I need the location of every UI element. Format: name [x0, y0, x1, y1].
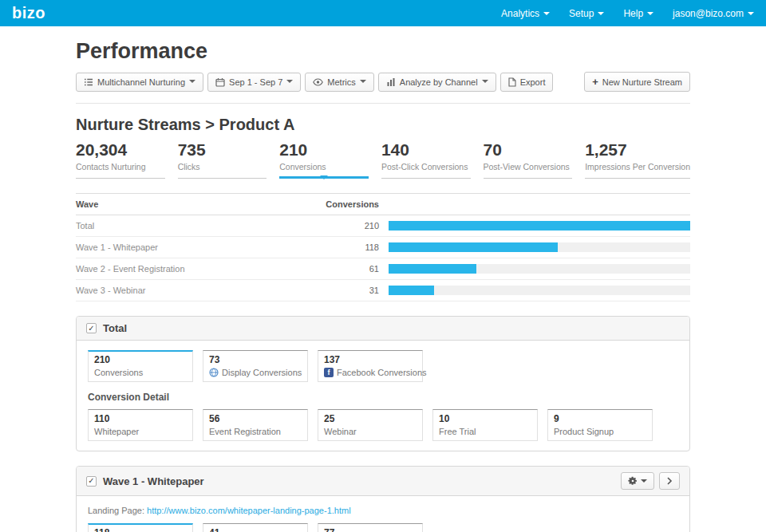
metric-box-product-signup[interactable]: 9 Product Signup [547, 409, 653, 441]
metric-value: 137 [324, 354, 417, 365]
nav-setup-label: Setup [569, 8, 594, 19]
stat-value: 1,257 [585, 140, 690, 160]
stat-value: 70 [484, 140, 573, 160]
table-row: Wave 3 - Webinar 31 [76, 280, 690, 301]
stats-row: 20,304 Contacts Nurturing 735 Clicks 210… [76, 140, 690, 179]
chevron-down-icon [641, 479, 647, 486]
total-panel-header: Total [77, 317, 689, 341]
table-row: Wave 2 - Event Registration 61 [76, 258, 690, 280]
export-button[interactable]: Export [500, 73, 554, 92]
stat-label: Contacts Nurturing [76, 162, 165, 171]
metric-box-wave1-display[interactable]: 41 [203, 523, 308, 532]
wave1-metrics-row: 118 41 77 [88, 523, 678, 532]
bar-chart-icon [386, 77, 396, 87]
chevron-down-icon [598, 12, 604, 18]
stat-label: Post-Click Conversions [381, 162, 471, 171]
facebook-icon: f [324, 368, 334, 377]
metric-label: Conversions [94, 368, 187, 377]
bar-fill [389, 286, 434, 295]
metric-box-conversions[interactable]: 210 Conversions [88, 350, 193, 382]
chevron-down-icon [647, 12, 653, 18]
column-header-bar-spacer [389, 199, 690, 209]
stat-contacts-nurturing[interactable]: 20,304 Contacts Nurturing [76, 140, 165, 179]
date-range-button[interactable]: Sep 1 - Sep 7 [207, 73, 301, 92]
metric-value: 210 [94, 354, 187, 365]
wave-row-label: Wave 2 - Event Registration [76, 264, 315, 274]
analyze-by-channel-button[interactable]: Analyze by Channel [378, 73, 496, 92]
nav-help-label: Help [623, 8, 643, 19]
metrics-label: Metrics [327, 77, 355, 87]
chevron-down-icon [543, 12, 550, 18]
wave-table-header: Wave Conversions [76, 193, 690, 215]
metric-label: Whitepaper [94, 427, 187, 436]
stat-clicks[interactable]: 735 Clicks [178, 140, 267, 179]
metric-label-text: Webinar [324, 427, 357, 436]
total-checkbox[interactable] [86, 323, 97, 333]
stat-post-click-conversions[interactable]: 140 Post-Click Conversions [381, 140, 471, 179]
wave1-settings-button[interactable] [621, 472, 654, 490]
stat-label: Impressions Per Conversion [585, 162, 690, 171]
toolbar: Multichannel Nurturing Sep 1 - Sep 7 Met… [76, 72, 690, 92]
nav-analytics-label: Analytics [501, 8, 539, 19]
multichannel-nurturing-button[interactable]: Multichannel Nurturing [76, 73, 203, 92]
list-icon [84, 77, 93, 87]
wave1-checkbox[interactable] [86, 476, 97, 487]
column-header-wave: Wave [76, 199, 315, 209]
metrics-button[interactable]: Metrics [305, 73, 373, 92]
metric-box-webinar[interactable]: 25 Webinar [318, 409, 423, 441]
metric-box-facebook-conversions[interactable]: 137 f Facebook Conversions [318, 350, 423, 382]
page-content: Performance Multichannel Nurturing Sep 1… [76, 39, 690, 532]
metric-value: 77 [324, 527, 417, 532]
gear-icon [628, 476, 638, 486]
metric-box-free-trial[interactable]: 10 Free Trial [432, 409, 538, 441]
nav-help[interactable]: Help [623, 8, 653, 19]
conversion-detail-row: 110 Whitepaper 56 Event Registration 25 … [88, 409, 678, 441]
stat-value: 140 [381, 140, 471, 160]
nav-setup[interactable]: Setup [569, 8, 604, 19]
landing-page-link[interactable]: http://www.bizo.com/whitepaper-landing-p… [147, 506, 351, 515]
stat-post-view-conversions[interactable]: 70 Post-View Conversions [484, 140, 573, 179]
file-icon [508, 77, 516, 87]
metric-box-event-registration[interactable]: 56 Event Registration [203, 409, 308, 441]
metric-label-text: Product Signup [554, 427, 614, 436]
chevron-right-icon [666, 477, 673, 485]
brand-logo[interactable]: bizo [12, 4, 45, 22]
wave-row-value: 61 [315, 264, 379, 274]
stat-value: 210 [279, 140, 369, 160]
nav-analytics[interactable]: Analytics [501, 8, 550, 19]
metric-label-text: Facebook Conversions [337, 368, 427, 377]
stat-label: Post-View Conversions [484, 162, 573, 171]
eye-icon [313, 78, 323, 86]
new-nurture-stream-label: New Nurture Stream [602, 77, 682, 87]
metric-value: 25 [324, 413, 417, 424]
stat-conversions[interactable]: 210 Conversions [279, 140, 369, 179]
wave1-expand-button[interactable] [659, 472, 680, 490]
metric-label: f Facebook Conversions [324, 368, 417, 377]
stat-value: 20,304 [76, 140, 165, 160]
metric-value: 9 [554, 413, 646, 424]
plus-icon: + [592, 77, 598, 87]
total-panel-body: 210 Conversions 73 Display Conversions 1… [77, 341, 689, 451]
metric-box-display-conversions[interactable]: 73 Display Conversions [203, 350, 308, 382]
stat-value: 735 [178, 140, 267, 160]
globe-icon [209, 368, 219, 377]
landing-page-label: Landing Page: [88, 506, 144, 515]
metric-box-wave1-conversions[interactable]: 118 [88, 523, 193, 532]
divider [76, 103, 690, 104]
metric-value: 73 [209, 354, 302, 365]
bar-fill [389, 242, 558, 252]
chevron-down-icon [360, 80, 366, 86]
table-row: Wave 1 - Whitepaper 118 [76, 237, 690, 258]
analyze-by-channel-label: Analyze by Channel [400, 77, 478, 87]
new-nurture-stream-button[interactable]: + New Nurture Stream [584, 72, 690, 92]
metric-box-whitepaper[interactable]: 110 Whitepaper [88, 409, 193, 441]
chevron-down-icon [482, 80, 488, 86]
stat-impressions-per-conversion[interactable]: 1,257 Impressions Per Conversion [585, 140, 690, 179]
metric-label: Webinar [324, 427, 417, 436]
nav-account[interactable]: jason@bizo.com [673, 8, 754, 19]
chevron-down-icon [748, 12, 754, 18]
metric-box-wave1-facebook[interactable]: 77 [318, 523, 423, 532]
metric-label-text: Whitepaper [94, 427, 139, 436]
metric-value: 110 [94, 413, 187, 424]
conversion-detail-heading: Conversion Detail [88, 392, 678, 403]
